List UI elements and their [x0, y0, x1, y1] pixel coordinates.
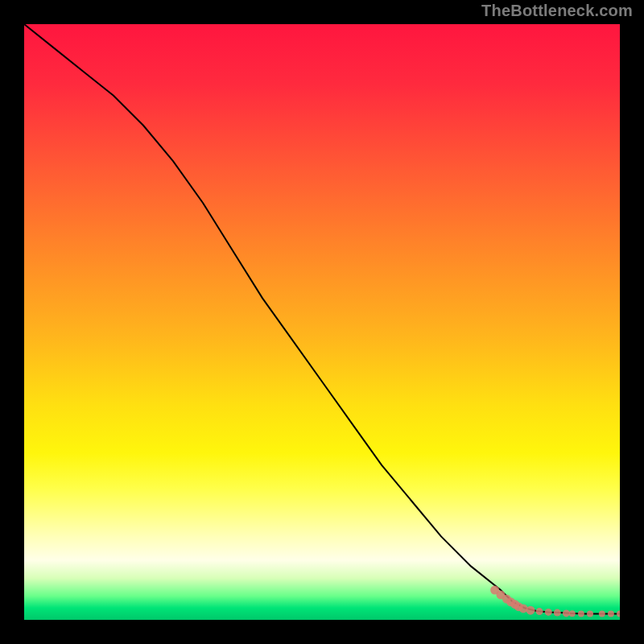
data-point	[526, 606, 535, 615]
data-point	[569, 610, 576, 617]
data-point	[608, 611, 614, 617]
chart-overlay	[24, 24, 620, 620]
tail-data-points	[490, 586, 620, 617]
data-point	[563, 609, 570, 617]
data-point	[578, 611, 584, 617]
watermark-text: TheBottleneck.com	[481, 2, 633, 20]
chart-frame: TheBottleneck.com	[0, 0, 644, 644]
data-point	[545, 609, 552, 616]
data-point	[536, 608, 543, 615]
data-point	[599, 611, 605, 617]
bottleneck-curve	[24, 24, 620, 614]
data-point	[587, 611, 593, 617]
data-point	[617, 611, 620, 617]
data-point	[554, 609, 561, 617]
